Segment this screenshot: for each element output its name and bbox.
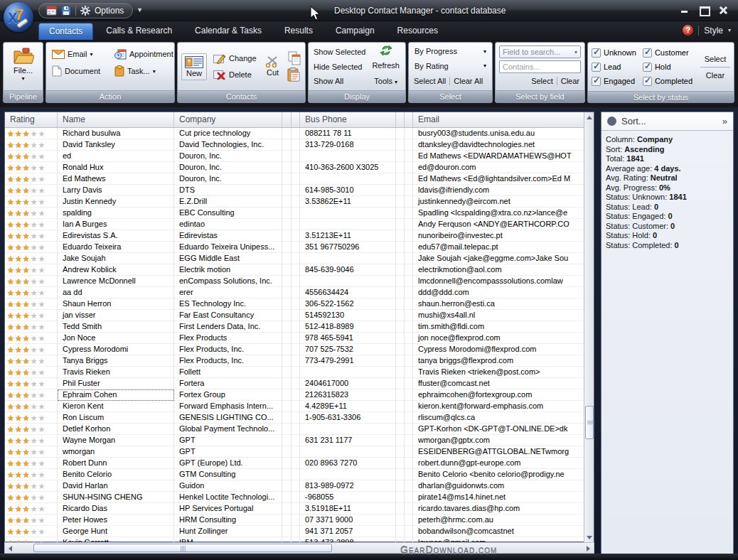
contact-row[interactable]: ★★★★★Tanya BriggsFlex Products, Inc.773-…	[5, 355, 585, 367]
email-cell[interactable]: Ed Mathews <EDWARDAMATHEWS@HOT	[413, 151, 585, 162]
name-cell[interactable]: SHUN-HSING CHENG	[58, 492, 174, 503]
blank-cell[interactable]	[405, 333, 413, 344]
blank-cell[interactable]	[292, 139, 300, 151]
blank-cell[interactable]	[405, 401, 413, 412]
company-cell[interactable]: E.Z.Drill	[174, 196, 282, 208]
rating-stars[interactable]: ★★★★★	[5, 321, 58, 333]
blank-cell[interactable]	[282, 230, 292, 242]
name-cell[interactable]: aa dd	[58, 287, 174, 298]
new-contact-button[interactable]: New	[181, 53, 207, 80]
blank-cell[interactable]	[396, 253, 405, 264]
blank-cell[interactable]	[282, 492, 292, 503]
checkbox-icon[interactable]	[643, 63, 652, 72]
collapse-panel-icon[interactable]: »	[722, 116, 727, 126]
email-cell[interactable]: rliscum@qlcs.ca	[413, 412, 585, 424]
name-cell[interactable]: Robert Dunn	[58, 458, 174, 469]
email-cell[interactable]: edu57@mail.telepac.pt	[413, 242, 585, 253]
blank-cell[interactable]	[396, 458, 405, 469]
blank-cell[interactable]	[282, 480, 292, 492]
company-cell[interactable]: Fortera	[174, 378, 282, 389]
blank-cell[interactable]	[292, 173, 300, 185]
name-cell[interactable]: spalding	[58, 208, 174, 219]
cut-button[interactable]: Cut	[263, 55, 283, 78]
blank-cell[interactable]	[282, 208, 292, 219]
name-cell[interactable]: Ronald Hux	[58, 162, 174, 173]
sort-panel-header[interactable]: Sort... »	[601, 112, 733, 131]
blank-cell[interactable]	[292, 219, 300, 230]
blank-cell[interactable]	[405, 276, 413, 287]
contact-row[interactable]: ★★★★★Peter HowesHRM Consulting07 3371 90…	[5, 515, 585, 526]
contains-input[interactable]: Contains...	[499, 60, 581, 73]
company-cell[interactable]: Follett	[174, 367, 282, 378]
rating-stars[interactable]: ★★★★★	[5, 173, 58, 185]
customize-quick-access-chevron-icon[interactable]: ▼	[137, 6, 143, 14]
blank-cell[interactable]	[405, 139, 413, 151]
blank-cell[interactable]	[292, 355, 300, 367]
blank-cell[interactable]	[405, 435, 413, 446]
phone-cell[interactable]: 514592130	[300, 310, 396, 321]
name-cell[interactable]: ed	[58, 151, 174, 162]
blank-cell[interactable]	[292, 412, 300, 424]
rating-stars[interactable]: ★★★★★	[5, 526, 58, 537]
rating-stars[interactable]: ★★★★★	[5, 367, 58, 378]
email-cell[interactable]: electrikmotion@aol.com	[413, 264, 585, 276]
blank-cell[interactable]	[405, 424, 413, 435]
company-cell[interactable]: EBC Consulting	[174, 208, 282, 219]
blank-cell[interactable]	[396, 424, 405, 435]
column-header-name[interactable]: Name	[58, 112, 174, 127]
file-button[interactable]: File... ▾	[11, 45, 36, 87]
blank-cell[interactable]	[405, 503, 413, 515]
blank-cell[interactable]	[292, 367, 300, 378]
contact-row[interactable]: ★★★★★Shaun HerronES Technology Inc.306-5…	[5, 298, 585, 310]
blank-cell[interactable]	[292, 389, 300, 401]
phone-cell[interactable]: 4.4289E+11	[300, 401, 396, 412]
contact-row[interactable]: ★★★★★wmorganGPTESEIDENBERG@ATTGLOBAL.NET…	[5, 446, 585, 458]
company-cell[interactable]: Far East Consultancy	[174, 310, 282, 321]
maximize-button[interactable]	[697, 5, 710, 15]
blank-cell[interactable]	[282, 469, 292, 480]
blank-cell[interactable]	[396, 412, 405, 424]
blank-cell[interactable]	[405, 173, 413, 185]
email-cell[interactable]: Ed Mathews <Ed@lightandsilver.com>Ed M	[413, 173, 585, 185]
contact-row[interactable]: ★★★★★Ron LiscumGENESIS LIGHTING CO...1-9…	[5, 412, 585, 424]
email-cell[interactable]: shaun.herron@esti.ca	[413, 298, 585, 310]
phone-cell[interactable]: 4556634424	[300, 287, 396, 298]
column-header-blank[interactable]	[405, 112, 413, 127]
blank-cell[interactable]	[282, 139, 292, 151]
contact-row[interactable]: ★★★★★Edirevistas S.A.Edirevistas3.51213E…	[5, 230, 585, 242]
field-clear-button[interactable]: Clear	[560, 75, 581, 87]
email-cell[interactable]: Andy Ferquson <ANDY@EARTHCORP.CO	[413, 219, 585, 230]
blank-cell[interactable]	[292, 378, 300, 389]
blank-cell[interactable]	[396, 196, 405, 208]
blank-cell[interactable]	[282, 389, 292, 401]
blank-cell[interactable]	[396, 173, 405, 185]
name-cell[interactable]: Peter Howes	[58, 515, 174, 526]
column-header-blank[interactable]	[282, 112, 292, 127]
blank-cell[interactable]	[396, 185, 405, 196]
name-cell[interactable]: Cypress Morodomi	[58, 344, 174, 355]
phone-cell[interactable]	[300, 173, 396, 185]
refresh-icon[interactable]	[380, 45, 392, 55]
company-cell[interactable]: GPT	[174, 446, 282, 458]
email-cell[interactable]: Benito Celorio <benito celorio@prodigy.n…	[413, 469, 585, 480]
rating-stars[interactable]: ★★★★★	[5, 230, 58, 242]
blank-cell[interactable]	[405, 367, 413, 378]
rating-stars[interactable]: ★★★★★	[5, 446, 58, 458]
status-checkbox-customer[interactable]: Customer	[643, 45, 697, 60]
rating-stars[interactable]: ★★★★★	[5, 355, 58, 367]
email-cell[interactable]: dharlan@guidonwts.com	[413, 480, 585, 492]
contact-row[interactable]: ★★★★★Kieron KentForward Emphasis Intern.…	[5, 401, 585, 412]
blank-cell[interactable]	[405, 253, 413, 264]
name-cell[interactable]: jan visser	[58, 310, 174, 321]
blank-cell[interactable]	[396, 298, 405, 310]
contact-row[interactable]: ★★★★★Ian A BurgesedintaoAndy Ferquson <A…	[5, 219, 585, 230]
blank-cell[interactable]	[405, 458, 413, 469]
blank-cell[interactable]	[282, 424, 292, 435]
company-cell[interactable]: Fortex Group	[174, 389, 282, 401]
name-cell[interactable]: David Tanksley	[58, 139, 174, 151]
blank-cell[interactable]	[292, 344, 300, 355]
rating-stars[interactable]: ★★★★★	[5, 401, 58, 412]
phone-cell[interactable]	[300, 446, 396, 458]
name-cell[interactable]: Travis Rieken	[58, 367, 174, 378]
phone-cell[interactable]: 1-905-631-3306	[300, 412, 396, 424]
